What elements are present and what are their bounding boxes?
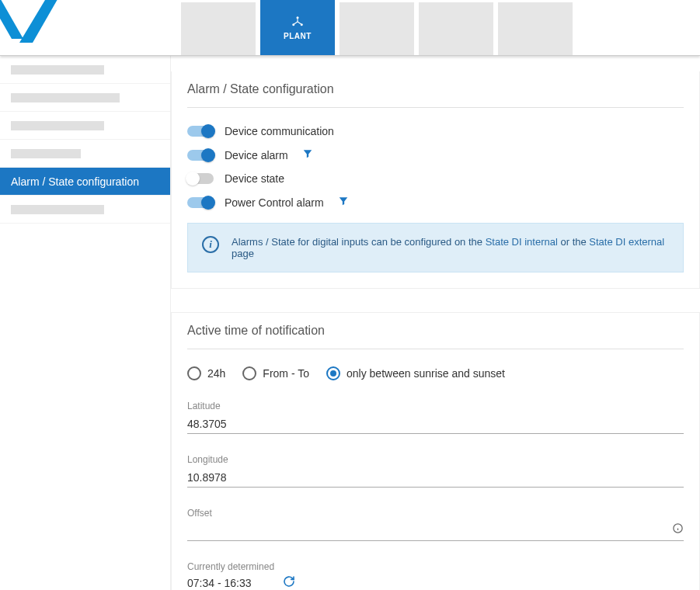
radio-label: only between sunrise and sunset [347,367,505,380]
longitude-input[interactable] [187,468,684,488]
sidebar-item[interactable] [0,140,170,168]
info-text: Alarms / State for digital inputs can be… [232,236,669,259]
determined-value: 07:34 - 16:33 [187,577,252,589]
field-label: Latitude [187,401,684,411]
tab-placeholder-3[interactable] [419,2,493,55]
tab-plant-label: PLANT [284,32,312,40]
link-state-di-internal[interactable]: State DI internal [486,236,558,248]
tab-placeholder-4[interactable] [498,2,573,55]
placeholder [11,121,104,130]
header-tabs: PLANT [179,0,575,55]
offset-input[interactable] [187,522,684,541]
section-title: Alarm / State configuration [187,71,684,108]
placeholder [11,205,104,214]
currently-determined-field: Currently determined 07:34 - 16:33 [187,561,684,590]
active-time-section: Active time of notification 24h From - T… [171,312,700,590]
tab-placeholder-2[interactable] [340,2,414,55]
radio-icon [242,366,256,380]
placeholder [11,93,120,102]
toggle-device-alarm[interactable] [187,150,214,161]
svg-point-0 [297,16,299,19]
sidebar-item[interactable] [0,196,170,224]
refresh-icon[interactable] [283,575,295,590]
longitude-field: Longitude [187,454,684,488]
toggle-device-communication-row: Device communication [187,125,684,137]
plant-icon [291,15,305,29]
filter-icon[interactable] [302,148,313,161]
toggle-device-state-row: Device state [187,172,684,185]
latitude-input[interactable] [187,415,684,434]
sidebar: Alarm / State configuration [0,56,171,590]
main-content: Alarm / State configuration Device commu… [171,56,700,590]
app-header: PLANT [0,0,700,56]
radio-label: From - To [263,367,309,380]
field-label: Currently determined [187,561,684,572]
radio-icon [187,366,201,380]
field-label: Offset [187,508,684,519]
toggle-device-state[interactable] [187,173,214,184]
toggle-device-alarm-row: Device alarm [187,148,684,161]
radio-24h[interactable]: 24h [187,366,225,380]
radio-from-to[interactable]: From - To [242,366,309,380]
toggle-label: Device state [225,172,284,185]
info-icon[interactable] [672,522,684,536]
latitude-field: Latitude [187,401,684,434]
alarm-state-section: Alarm / State configuration Device commu… [171,71,700,289]
tab-placeholder-1[interactable] [181,2,256,55]
placeholder [11,149,81,158]
sidebar-item-alarm-state[interactable]: Alarm / State configuration [0,168,170,196]
toggle-device-communication[interactable] [187,126,214,137]
radio-label: 24h [207,367,225,380]
placeholder [11,65,104,75]
toggle-label: Power Control alarm [225,196,324,209]
filter-icon[interactable] [338,196,349,209]
sidebar-item[interactable] [0,112,170,140]
offset-field: Offset [187,508,684,541]
info-icon: i [202,236,219,253]
field-label: Longitude [187,454,684,465]
toggle-power-control-alarm[interactable] [187,197,214,208]
radio-icon [326,366,340,380]
logo [0,0,62,56]
section-title: Active time of notification [187,313,684,349]
sidebar-item[interactable] [0,84,170,112]
sidebar-item[interactable] [0,56,170,84]
info-box: i Alarms / State for digital inputs can … [187,223,684,272]
toggle-power-control-alarm-row: Power Control alarm [187,196,684,209]
tab-plant[interactable]: PLANT [260,0,335,55]
sidebar-item-label: Alarm / State configuration [11,175,139,188]
link-state-di-external[interactable]: State DI external [589,236,664,248]
toggle-label: Device communication [225,125,334,137]
radio-sunrise-sunset[interactable]: only between sunrise and sunset [326,366,505,380]
time-mode-radio-group: 24h From - To only between sunrise and s… [187,366,684,380]
toggle-label: Device alarm [225,149,288,161]
